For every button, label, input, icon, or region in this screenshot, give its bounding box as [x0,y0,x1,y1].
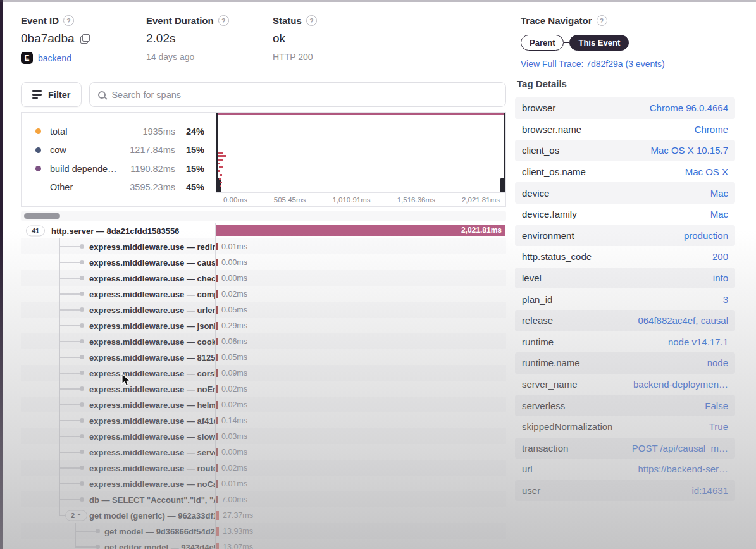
tag-value-link[interactable]: 3 [723,294,728,305]
span-row-label-cell: express.middleware.use — checkHTTPN [21,270,216,286]
tree-node-dot [80,450,84,454]
span-operation: express.middleware.use [89,368,184,378]
span-row[interactable]: db — SELECT "Account"."id", "Account"."p… [21,491,506,507]
span-row[interactable]: express.middleware.use — helmet0.02ms [21,397,506,412]
tag-value-link[interactable]: Chrome [695,124,728,135]
span-row-timeline-cell: 13.93ms [216,523,506,539]
project-link[interactable]: backend [38,53,71,63]
span-row[interactable]: express.middleware.use — cookieParse0.06… [21,333,506,349]
tag-key: transaction [522,443,568,453]
span-row-timeline-cell: 0.00ms [216,270,506,286]
legend-label: cow [50,145,117,155]
span-row[interactable]: express.middleware.use — af41c2800e0.14m… [21,412,506,428]
axis-tick-label: 2,021.81ms [462,196,500,204]
span-row-label-cell: get editor model — 9343d4e5cb21c [21,539,216,549]
help-icon[interactable]: ? [218,15,229,26]
span-row[interactable]: express.middleware.use — router0.02ms [21,460,506,476]
span-row-timeline-cell: 0.02ms [216,460,506,476]
tag-value-link[interactable]: Mac OS X 10.15.7 [650,145,728,156]
event-id-block: Event ID ? 0ba7adba E backend [21,15,122,70]
span-search-input[interactable] [111,90,497,100]
span-row[interactable]: get model — 9d36866df54d297413.93ms [21,523,506,539]
span-row[interactable]: express.middleware.use — checkHTTPN0.00m… [21,270,506,286]
trace-navigator-label: Trace Navigator [521,15,592,26]
tag-value-link[interactable]: id:14631 [691,485,728,496]
span-row[interactable]: express.middleware.use — noCacheMid0.01m… [21,476,506,491]
span-row-root[interactable]: 41http.server — 8da21cfdd15835562,021.81… [21,223,506,238]
minimap-span-mark [218,152,223,154]
span-duration-bar [216,290,218,298]
span-duration-bar [216,464,218,472]
view-full-trace-link[interactable]: View Full Trace: 7d82f29a (3 events) [521,59,665,69]
tag-value-link[interactable]: Chrome 96.0.4664 [650,102,728,113]
span-duration-bar [216,480,218,488]
span-duration-label: 0.14ms [221,416,247,425]
tree-scrollbar-handle[interactable] [24,213,60,219]
tag-row: serverlessFalse [515,395,735,416]
tag-value-link[interactable]: True [709,421,728,432]
tree-connector-line [59,436,80,437]
span-row[interactable]: express.middleware.use — 8125a6e3cb0.05m… [21,349,506,365]
tree-connector-line [59,467,80,469]
tag-key: server_name [522,379,578,390]
tag-value-link[interactable]: node [707,357,728,368]
tag-value-link[interactable]: POST /api/causal_m… [632,443,728,453]
span-operation: express.middleware.use [89,400,184,409]
tag-value-link[interactable]: Mac [710,209,728,219]
tree-connector-line [59,341,80,342]
tag-value-link[interactable]: info [713,273,728,283]
span-operation: express.middleware.use [89,479,184,488]
tag-key: browser.name [522,124,581,135]
tag-value-link[interactable]: node v14.17.1 [668,336,728,347]
tag-value-link[interactable]: Mac [710,188,728,199]
collapse-badge[interactable]: 2⌃ [65,510,87,521]
span-row[interactable]: express.middleware.use — serveStatic0.00… [21,444,506,460]
help-icon[interactable]: ? [63,15,74,26]
tag-value-link[interactable]: 200 [712,251,728,262]
span-row-label-cell: express.middleware.use — noCacheMid [21,476,216,491]
span-tree: 41http.server — 8da21cfdd15835562,021.81… [21,223,506,549]
tag-value-link[interactable]: 064f882ac4ef, causal [638,315,728,326]
span-operation: db [89,495,99,504]
span-operation: express.middleware.use [89,447,184,457]
tree-connector-line [59,373,80,374]
help-icon[interactable]: ? [306,15,317,26]
span-row[interactable]: get editor model — 9343d4e5cb21c13.07ms [21,539,506,549]
tag-value-link[interactable]: backend-deploymen… [633,379,728,390]
this-event-pill[interactable]: This Event [569,35,629,51]
span-row[interactable]: express.middleware.use — noEmbeddir0.02m… [21,381,506,397]
minimap-chart[interactable] [216,113,505,192]
span-row[interactable]: express.middleware.use — corsMiddlew0.09… [21,365,506,381]
span-row[interactable]: 2⌃get model (generic) — 962a33df1ac2c627… [21,507,506,523]
span-row[interactable]: express.middleware.use — compressior0.02… [21,286,506,302]
span-row[interactable]: express.middleware.use — slowDownS0.03ms [21,428,506,444]
tag-row: browserChrome 96.0.4664 [515,97,735,119]
event-id-value: 0ba7adba [21,32,75,46]
tag-key: plan_id [522,294,552,305]
span-duration-label: 0.02ms [221,290,247,299]
span-duration-label: 0.05ms [221,353,247,362]
tag-value-link[interactable]: Mac OS X [685,166,728,177]
span-row[interactable]: express.middleware.use — causalNewD0.00m… [21,254,506,270]
tree-connector-line [59,293,80,295]
tree-node-dot [80,434,84,438]
root-span-bar[interactable]: 2,021.81ms [216,225,505,236]
span-row[interactable]: express.middleware.use — redirectOldD0.0… [21,238,506,254]
span-row-timeline-cell: 0.01ms [216,476,506,491]
tree-node-dot [80,402,84,407]
tag-value-link[interactable]: False [705,400,728,411]
legend-dot-icon [35,128,41,134]
span-row[interactable]: express.middleware.use — urlencodedF0.05… [21,302,506,318]
span-count-badge[interactable]: 41 [26,225,45,236]
span-row-timeline-cell: 0.05ms [216,302,506,318]
parent-event-pill[interactable]: Parent [521,35,564,51]
tree-node-dot [80,418,84,423]
filter-button[interactable]: Filter [21,82,82,107]
span-duration-bar [216,338,218,345]
minimap-right-handle[interactable] [504,113,505,192]
span-row[interactable]: express.middleware.use — jsonParser0.29m… [21,318,506,333]
tag-value-link[interactable]: production [684,230,728,241]
tag-value-link[interactable]: https://backend-ser… [638,464,728,474]
help-icon[interactable]: ? [597,15,607,26]
copy-icon[interactable] [80,34,90,44]
